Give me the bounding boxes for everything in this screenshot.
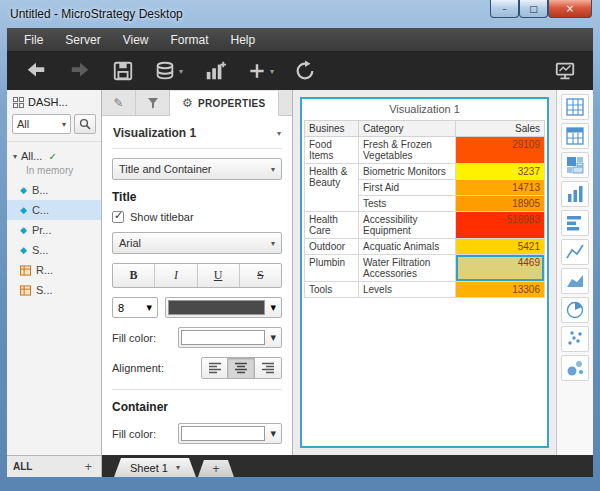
fill-color-swatch [181,330,265,345]
in-memory-label: In memory [7,164,101,180]
properties-tabs: ✎ ⚙ PROPERTIES [102,90,292,116]
menu-help[interactable]: Help [220,28,267,52]
show-titlebar-checkbox[interactable]: ✓ [112,211,124,223]
properties-tab[interactable]: ⚙ PROPERTIES [170,91,279,116]
grid-cell-business[interactable]: Plumbin [305,255,359,282]
grid-cell-business[interactable]: Health Care [305,212,359,239]
grid-cell-category[interactable]: First Aid [359,180,456,196]
font-family-select[interactable]: Arial ▾ [112,232,282,254]
italic-button[interactable]: I [155,264,197,287]
grid-cell-category[interactable]: Tests [359,196,456,212]
font-size-select[interactable]: 8 ▾ [112,297,158,318]
grid-cell-sales-selected[interactable]: 4469 [456,255,545,282]
redo-button[interactable] [65,57,95,85]
title-fill-color-select[interactable]: ▾ [178,327,282,348]
gallery-crosstab-button[interactable] [561,123,589,149]
tree-item-report[interactable]: R... [7,260,101,280]
gallery-area-chart-button[interactable] [561,268,589,294]
grid-cell-category[interactable]: Water Filtration Accessories [359,255,456,282]
grid-cell-category[interactable]: Fresh & Frozen Vegetables [359,137,456,164]
grid-cell-category[interactable]: Acquatic Animals [359,239,456,255]
align-center-button[interactable] [228,357,255,379]
visualization-selector[interactable]: Visualization 1 ▾ [112,124,282,149]
section-divider [112,389,282,390]
grid-cell-sales[interactable]: 3237 [456,164,545,180]
tree-item-dataset[interactable]: ◆ S... [7,240,101,260]
add-sheet-button[interactable]: + [198,460,234,477]
title-section-heading: Title [112,190,282,204]
heatmap-icon [565,155,585,175]
grid-cell-sales[interactable]: 18905 [456,196,545,212]
gallery-horizontal-bar-button[interactable] [561,210,589,236]
gallery-heatmap-button[interactable] [561,152,589,178]
dataset-filter-select[interactable]: All ▾ [12,114,71,134]
font-color-swatch [168,300,265,315]
undo-button[interactable] [21,57,51,85]
tree-item-dataset[interactable]: ◆ C... [7,200,101,220]
edit-tab[interactable]: ✎ [102,90,136,115]
caret-down-icon: ▾ [62,120,66,129]
underline-button[interactable]: U [198,264,240,287]
gallery-bar-chart-button[interactable] [561,181,589,207]
close-button[interactable]: × [548,0,592,18]
strikethrough-button[interactable]: S [240,264,281,287]
target-selector[interactable]: Title and Container ▾ [112,158,282,180]
presentation-button[interactable] [551,57,579,85]
grid-cell-sales[interactable]: 516983 [456,212,545,239]
title-bar[interactable]: Untitled - MicroStrategy Desktop – □ × [0,0,600,28]
tree-item-dataset[interactable]: ◆ Pr... [7,220,101,240]
tree-root-all[interactable]: ▾ All... ✓ [7,148,101,164]
grid-cell-category[interactable]: Biometric Monitors [359,164,456,180]
align-right-button[interactable] [255,357,282,379]
grid-cell-business[interactable]: Food Items [305,137,359,164]
grid-cell-sales[interactable]: 5421 [456,239,545,255]
menu-view[interactable]: View [112,28,160,52]
datasets-button[interactable]: ▾ [151,57,186,85]
column-header-sales[interactable]: Sales [456,121,545,137]
maximize-button[interactable]: □ [519,0,548,18]
grid-cell-business[interactable]: Health & Beauty [305,164,359,212]
align-left-button[interactable] [201,357,228,379]
add-layer-button[interactable]: + [81,459,95,474]
expander-icon[interactable]: ▾ [13,152,17,161]
insert-button[interactable]: ▾ [244,57,277,85]
font-color-select[interactable]: ▾ [165,297,282,318]
menu-server[interactable]: Server [54,28,111,52]
properties-panel: ✎ ⚙ PROPERTIES Visualization 1 ▾ [102,90,293,455]
menu-format[interactable]: Format [159,28,219,52]
menu-file[interactable]: File [13,28,54,52]
grid-cell-sales[interactable]: 29109 [456,137,545,164]
filter-tab[interactable] [136,90,170,115]
layers-label: ALL [13,461,32,472]
add-visualization-button[interactable] [200,57,230,85]
grid-cell-category[interactable]: Accessibility Equipment [359,212,456,239]
tree-item-dataset[interactable]: ◆ B... [7,180,101,200]
grid-cell-business[interactable]: Outdoor [305,239,359,255]
dataset-icon: ◆ [20,205,27,215]
grid-cell-sales[interactable]: 13306 [456,282,545,298]
save-button[interactable] [109,57,137,85]
gallery-line-chart-button[interactable] [561,239,589,265]
column-header-business[interactable]: Busines [305,121,359,137]
tree-item-report[interactable]: S... [7,280,101,300]
grid-icon [565,97,585,117]
visualization-gallery [556,90,593,455]
refresh-button[interactable] [291,57,319,85]
column-header-category[interactable]: Category [359,121,456,137]
container-fill-color-row: Fill color: ▾ [112,423,282,444]
minimize-button[interactable]: – [490,0,519,18]
grid-cell-category[interactable]: Levels [359,282,456,298]
bold-button[interactable]: B [113,264,155,287]
crosstab-icon [565,126,585,146]
visualization-container[interactable]: Visualization 1 Busines Category Sales [300,97,549,448]
gallery-grid-button[interactable] [561,94,589,120]
gallery-bubble-chart-button[interactable] [561,355,589,381]
search-button[interactable] [74,114,96,134]
sheet-tab[interactable]: Sheet 1 ▾ [114,458,196,477]
show-titlebar-label: Show titlebar [130,211,194,223]
container-fill-color-select[interactable]: ▾ [178,423,282,444]
grid-cell-business[interactable]: Tools [305,282,359,298]
gallery-scatter-plot-button[interactable] [561,326,589,352]
gallery-pie-chart-button[interactable] [561,297,589,323]
grid-cell-sales[interactable]: 14713 [456,180,545,196]
